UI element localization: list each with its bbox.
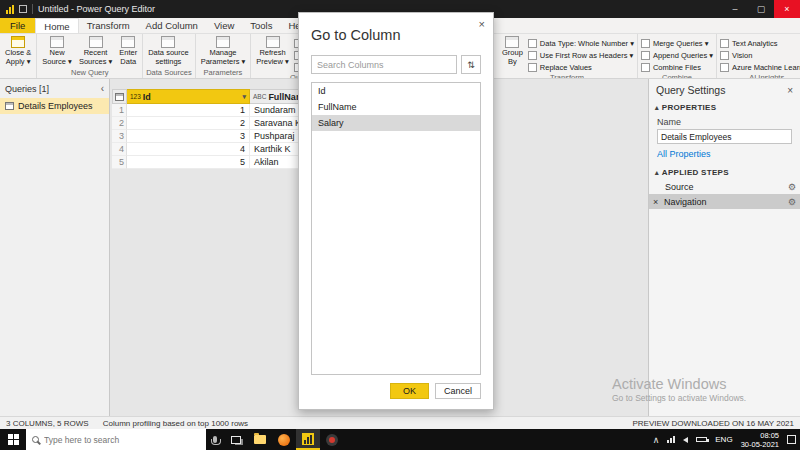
label: Navigation — [664, 197, 707, 207]
group-by-button[interactable]: Group By — [500, 36, 525, 66]
system-tray: ∧ ENG 08:05 30-05-2021 — [653, 429, 800, 450]
az-sort-button[interactable]: ⇅ — [461, 55, 481, 74]
tab-home[interactable]: Home — [35, 18, 78, 33]
media-app-button[interactable] — [320, 429, 344, 450]
vision-icon — [720, 51, 729, 60]
tab-transform[interactable]: Transform — [79, 18, 138, 33]
titlebar-divider — [32, 4, 33, 14]
cell-id[interactable]: 2 — [127, 117, 250, 130]
battery-icon[interactable] — [696, 437, 707, 442]
query-settings-title: Query Settings — [656, 84, 725, 96]
table-icon — [115, 93, 124, 101]
ok-button[interactable]: OK — [390, 383, 429, 399]
tab-tools[interactable]: Tools — [242, 18, 280, 33]
language-indicator[interactable]: ENG — [715, 435, 732, 444]
list-item-fullname[interactable]: FullName — [312, 99, 480, 115]
cell-id[interactable]: 5 — [127, 156, 250, 169]
browser-button[interactable] — [272, 429, 296, 450]
close-dialog-icon[interactable]: × — [479, 18, 485, 30]
data-source-settings-button[interactable]: Data source settings — [146, 36, 190, 66]
applied-steps-section-header[interactable]: ▴ APPLIED STEPS — [649, 165, 800, 179]
list-item-salary[interactable]: Salary — [312, 115, 480, 131]
ribbon-group-label: Data Sources — [146, 68, 191, 78]
numeric-type-icon: 123 — [130, 93, 141, 100]
data-type-button[interactable]: Data Type: Whole Number ▾ — [528, 38, 634, 49]
tab-file[interactable]: File — [0, 18, 35, 33]
show-hidden-icons-button[interactable]: ∧ — [653, 435, 660, 445]
taskbar-clock[interactable]: 08:05 30-05-2021 — [741, 431, 779, 449]
select-all-corner-button[interactable] — [112, 89, 127, 104]
vision-button[interactable]: Vision — [720, 50, 800, 61]
tab-add-column[interactable]: Add Column — [138, 18, 206, 33]
label: PROPERTIES — [662, 103, 717, 112]
properties-section-header[interactable]: ▴ PROPERTIES — [649, 100, 800, 114]
label: Replace Values — [540, 63, 592, 72]
task-view-button[interactable] — [224, 429, 248, 450]
query-name-input[interactable] — [657, 129, 792, 144]
row-number[interactable]: 5 — [112, 156, 127, 169]
network-icon[interactable] — [667, 436, 675, 443]
close-and-apply-button[interactable]: Close & Apply ▾ — [3, 36, 33, 66]
action-center-button[interactable] — [787, 435, 796, 444]
queries-panel-title: Queries [1] — [5, 84, 49, 94]
gear-icon[interactable]: ⚙ — [788, 197, 796, 207]
azure-machine-learning-button[interactable]: Azure Machine Learning — [720, 62, 800, 73]
list-item-id[interactable]: Id — [312, 83, 480, 99]
enter-data-button[interactable]: Enter Data — [117, 36, 139, 66]
all-properties-link[interactable]: All Properties — [649, 144, 800, 165]
applied-step-navigation[interactable]: × Navigation ⚙ — [649, 194, 800, 209]
recent-sources-button[interactable]: Recent Sources ▾ — [77, 36, 114, 66]
close-panel-icon[interactable]: × — [787, 85, 793, 96]
applied-step-source[interactable]: Source ⚙ — [649, 179, 800, 194]
row-number[interactable]: 2 — [112, 117, 127, 130]
replace-values-button[interactable]: Replace Values — [528, 62, 634, 73]
tab-view[interactable]: View — [206, 18, 242, 33]
start-button[interactable] — [0, 429, 26, 450]
delete-step-icon[interactable]: × — [653, 197, 664, 207]
refresh-preview-icon — [266, 36, 280, 48]
refresh-preview-button[interactable]: Refresh Preview ▾ — [254, 36, 291, 66]
combine-files-button[interactable]: Combine Files — [641, 62, 713, 73]
minimize-button[interactable]: – — [722, 0, 748, 18]
save-icon[interactable] — [19, 5, 27, 13]
cell-id[interactable]: 4 — [127, 143, 250, 156]
query-list-item[interactable]: Details Employees — [0, 98, 109, 114]
close-apply-icon — [11, 36, 25, 48]
new-source-button[interactable]: New Source ▾ — [40, 36, 74, 66]
data-type-icon — [528, 39, 537, 48]
append-queries-button[interactable]: Append Queries ▾ — [641, 50, 713, 61]
row-number[interactable]: 3 — [112, 130, 127, 143]
maximize-button[interactable]: ▢ — [748, 0, 774, 18]
cell-id[interactable]: 3 — [127, 130, 250, 143]
gear-icon[interactable]: ⚙ — [788, 182, 796, 192]
use-first-row-as-headers-button[interactable]: Use First Row as Headers ▾ — [528, 50, 634, 61]
merge-queries-button[interactable]: Merge Queries ▾ — [641, 38, 713, 49]
collapse-queries-icon[interactable]: ‹ — [101, 83, 104, 94]
search-columns-input[interactable] — [311, 55, 457, 74]
cell-id[interactable]: 1 — [127, 104, 250, 117]
column-header-id[interactable]: 123 Id ▾ — [127, 89, 250, 104]
taskbar-search-input[interactable] — [44, 435, 200, 445]
ribbon-group-parameters: Manage Parameters ▾ Parameters — [196, 34, 252, 78]
manage-parameters-button[interactable]: Manage Parameters ▾ — [199, 36, 248, 66]
column-profiling-status[interactable]: Column profiling based on top 1000 rows — [103, 419, 248, 428]
row-number[interactable]: 4 — [112, 143, 127, 156]
window-title: Untitled - Power Query Editor — [38, 4, 155, 14]
row-number[interactable]: 1 — [112, 104, 127, 117]
label: New Source ▾ — [42, 49, 72, 66]
cancel-button[interactable]: Cancel — [435, 383, 481, 399]
text-type-icon: ABC — [253, 93, 266, 100]
window-controls: – ▢ × — [722, 0, 800, 18]
file-explorer-button[interactable] — [248, 429, 272, 450]
label: Manage Parameters ▾ — [201, 49, 246, 66]
label: Group By — [502, 49, 523, 66]
close-window-button[interactable]: × — [774, 0, 800, 18]
taskbar-search[interactable] — [26, 429, 206, 450]
cortana-mic-button[interactable] — [206, 429, 224, 450]
filter-caret-icon[interactable]: ▾ — [242, 93, 246, 101]
text-analytics-button[interactable]: Text Analytics — [720, 38, 800, 49]
volume-icon[interactable] — [683, 437, 688, 443]
media-app-icon — [326, 434, 338, 446]
power-bi-taskbar-button[interactable] — [296, 429, 320, 450]
label: Source — [665, 182, 694, 192]
